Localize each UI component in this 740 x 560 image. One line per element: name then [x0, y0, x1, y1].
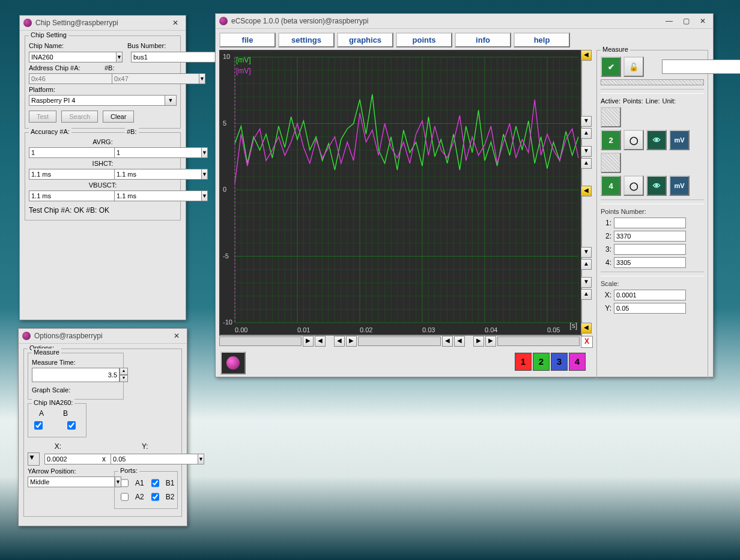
hscroll-right-icon[interactable]: ▶: [346, 336, 357, 347]
menu-file[interactable]: file: [219, 32, 276, 47]
accept-button[interactable]: ✔: [601, 56, 621, 77]
chip-name-select[interactable]: ▼: [29, 52, 100, 62]
yarrow-select[interactable]: ▼: [28, 476, 100, 487]
scroll-down-icon[interactable]: ▲: [581, 289, 592, 300]
chevron-down-icon[interactable]: ▼: [165, 95, 177, 106]
hscroll-left-icon[interactable]: ◀: [334, 336, 345, 347]
record-button[interactable]: [220, 352, 246, 374]
pn-2-label: 2:: [601, 232, 611, 240]
channel-2-button[interactable]: 2: [533, 353, 550, 371]
scroll-up-icon[interactable]: ▲: [581, 259, 592, 270]
test-button[interactable]: Test: [29, 111, 56, 123]
ch2-points-button[interactable]: ◯: [623, 130, 644, 150]
port-b2-checkbox[interactable]: [151, 493, 159, 501]
channel-4-button[interactable]: 4: [569, 353, 586, 371]
pn-4-input[interactable]: [614, 257, 686, 268]
vbusct-b-select[interactable]: ▼: [114, 190, 172, 201]
hscroll-track-left[interactable]: [219, 336, 302, 346]
scroll-up-icon[interactable]: ▼: [581, 116, 592, 127]
minimize-icon[interactable]: —: [663, 16, 676, 26]
chevron-down-icon[interactable]: ▼: [199, 73, 205, 84]
scale-x-input[interactable]: [614, 290, 686, 300]
menu-graphics[interactable]: graphics: [337, 32, 393, 47]
hscroll-left-icon[interactable]: ◀: [454, 336, 465, 347]
addr-b-select[interactable]: ▼: [112, 73, 172, 84]
scope-titlebar[interactable]: eCScope 1.0.0 (beta version)@raspberrypi…: [216, 14, 713, 29]
ishct-a-select[interactable]: ▼: [29, 169, 86, 180]
step-up-icon[interactable]: ▲: [120, 368, 128, 375]
ch4-active-button[interactable]: 4: [601, 175, 621, 196]
close-icon[interactable]: ✕: [696, 16, 709, 26]
chevron-down-icon[interactable]: ▼: [202, 147, 208, 158]
chip-b-checkbox[interactable]: [67, 421, 76, 430]
scroll-down-icon[interactable]: ▲: [581, 158, 592, 169]
chip-a-checkbox[interactable]: [34, 421, 43, 430]
port-b1-checkbox[interactable]: [151, 479, 159, 487]
x-step-down-icon[interactable]: ▼: [28, 452, 40, 466]
pn-2-input[interactable]: [614, 231, 686, 242]
hscroll-right-icon[interactable]: ▶: [303, 336, 314, 347]
menu-help[interactable]: help: [514, 32, 570, 47]
close-icon[interactable]: ✕: [169, 17, 182, 28]
menu-settings[interactable]: settings: [278, 32, 335, 47]
ishct-label: ISHCT:: [92, 160, 114, 167]
marker-left-icon[interactable]: ◀: [581, 50, 592, 61]
scale-y-input[interactable]: [614, 303, 686, 314]
measure-time-stepper[interactable]: ▲▼: [662, 59, 704, 74]
hscroll-track-end[interactable]: [497, 336, 580, 346]
ishct-b-select[interactable]: ▼: [114, 169, 172, 180]
avrg-b-select[interactable]: ▼: [114, 147, 172, 158]
ch1-active-button[interactable]: [601, 107, 621, 127]
clear-button[interactable]: Clear: [103, 111, 134, 123]
chevron-down-icon[interactable]: ▼: [202, 169, 208, 180]
maximize-icon[interactable]: ▢: [679, 16, 693, 26]
channel-3-button[interactable]: 3: [551, 353, 568, 371]
platform-select[interactable]: ▼: [29, 95, 177, 106]
scale-y-select[interactable]: ▼: [111, 454, 166, 464]
scroll-down-icon[interactable]: ▼: [581, 277, 592, 288]
ch2-line-button[interactable]: 👁: [646, 130, 667, 150]
hscroll-track-right[interactable]: [358, 336, 440, 346]
close-x-button[interactable]: X: [581, 336, 593, 348]
marker-left-icon[interactable]: ◀: [581, 186, 592, 196]
ch4-line-button[interactable]: 👁: [646, 175, 667, 196]
hscroll-right-icon[interactable]: ▶: [473, 336, 484, 347]
scroll-down-icon[interactable]: ▼: [581, 146, 592, 157]
chevron-down-icon[interactable]: ▼: [202, 190, 208, 201]
hscroll-left-icon[interactable]: ◀: [442, 336, 453, 347]
chip-titlebar[interactable]: Chip Setting@raspberrypi ✕: [20, 16, 186, 31]
chevron-down-icon[interactable]: ▼: [117, 52, 123, 62]
lock-button[interactable]: 🔓: [623, 56, 644, 77]
options-titlebar[interactable]: Options@raspberrypi ✕: [19, 329, 187, 344]
pn-1-input[interactable]: [614, 218, 686, 228]
port-a1-checkbox[interactable]: [121, 479, 129, 487]
menu-info[interactable]: info: [455, 32, 511, 47]
hscroll-right-icon[interactable]: ▶: [485, 336, 496, 347]
pn-3-input[interactable]: [614, 244, 686, 255]
chevron-down-icon[interactable]: ▼: [198, 454, 204, 464]
addr-a-select[interactable]: ▼: [29, 73, 94, 84]
oscilloscope-plot[interactable]: [mV] [mV] [s] 1050-5-100.000.010.020.030…: [219, 50, 582, 336]
measure-time-stepper[interactable]: ▲▼: [32, 368, 104, 382]
avrg-a-select[interactable]: ▼: [29, 147, 86, 158]
marker-left-icon[interactable]: ◀: [581, 323, 592, 333]
x-tick-label: 0.05: [547, 326, 560, 333]
menu-points[interactable]: points: [396, 32, 452, 47]
step-down-icon[interactable]: ▼: [120, 375, 128, 382]
options-title: Options@raspberrypi: [34, 332, 166, 340]
port-a2-checkbox[interactable]: [121, 493, 129, 501]
scroll-up-icon[interactable]: ▼: [581, 247, 592, 258]
close-icon[interactable]: ✕: [170, 330, 183, 341]
ch4-unit-button[interactable]: mV: [669, 175, 690, 196]
scale-x-select[interactable]: [44, 454, 97, 464]
channel-1-button[interactable]: 1: [515, 353, 532, 371]
ch2-active-button[interactable]: 2: [601, 130, 621, 150]
scroll-up-icon[interactable]: ▲: [581, 128, 592, 139]
ch3-active-button[interactable]: [601, 153, 621, 173]
search-button[interactable]: Search: [61, 111, 98, 123]
ch2-unit-button[interactable]: mV: [669, 130, 690, 150]
hscroll-left-icon[interactable]: ◀: [315, 336, 326, 347]
vbusct-a-select[interactable]: ▼: [29, 190, 86, 201]
ch4-points-button[interactable]: ◯: [623, 175, 644, 196]
bus-number-select[interactable]: ▼: [131, 52, 177, 62]
